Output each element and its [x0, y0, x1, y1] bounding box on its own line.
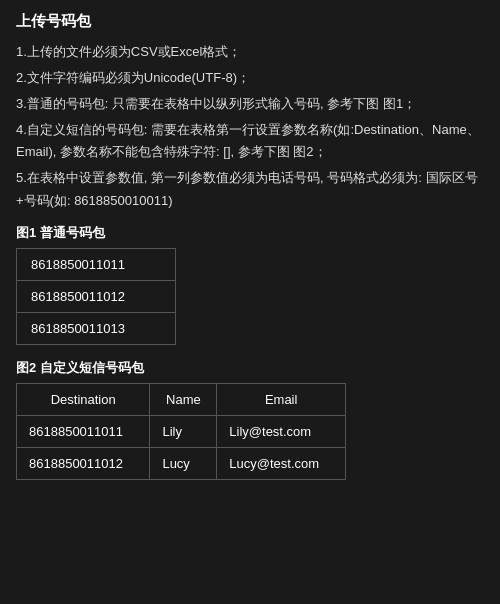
- col-destination: Destination: [17, 383, 150, 415]
- table-row: 8618850011011: [17, 248, 176, 280]
- phone-cell: 8618850011013: [17, 312, 176, 344]
- table-row: 8618850011013: [17, 312, 176, 344]
- table-header-row: Destination Name Email: [17, 383, 346, 415]
- destination-cell: 8618850011011: [17, 415, 150, 447]
- table-row: 8618850011012 Lucy Lucy@test.com: [17, 447, 346, 479]
- figure2-label: 图2 自定义短信号码包: [16, 359, 484, 377]
- phone-cell: 8618850011012: [17, 280, 176, 312]
- figure2-table: Destination Name Email 8618850011011 Lil…: [16, 383, 346, 480]
- section-title: 上传号码包: [16, 12, 484, 31]
- table-row: 8618850011011 Lily Lily@test.com: [17, 415, 346, 447]
- instruction-1: 1.上传的文件必须为CSV或Excel格式；: [16, 41, 484, 63]
- name-cell: Lily: [150, 415, 217, 447]
- instruction-4: 4.自定义短信的号码包: 需要在表格第一行设置参数名称(如:Destinatio…: [16, 119, 484, 163]
- destination-cell: 8618850011012: [17, 447, 150, 479]
- name-cell: Lucy: [150, 447, 217, 479]
- col-email: Email: [217, 383, 346, 415]
- col-name: Name: [150, 383, 217, 415]
- email-cell: Lucy@test.com: [217, 447, 346, 479]
- email-cell: Lily@test.com: [217, 415, 346, 447]
- instruction-3: 3.普通的号码包: 只需要在表格中以纵列形式输入号码, 参考下图 图1；: [16, 93, 484, 115]
- table-row: 8618850011012: [17, 280, 176, 312]
- instructions: 1.上传的文件必须为CSV或Excel格式； 2.文件字符编码必须为Unicod…: [16, 41, 484, 212]
- phone-cell: 8618850011011: [17, 248, 176, 280]
- figure1-table: 8618850011011 8618850011012 861885001101…: [16, 248, 176, 345]
- figure1-label: 图1 普通号码包: [16, 224, 484, 242]
- instruction-5: 5.在表格中设置参数值, 第一列参数值必须为电话号码, 号码格式必须为: 国际区…: [16, 167, 484, 211]
- instruction-2: 2.文件字符编码必须为Unicode(UTF-8)；: [16, 67, 484, 89]
